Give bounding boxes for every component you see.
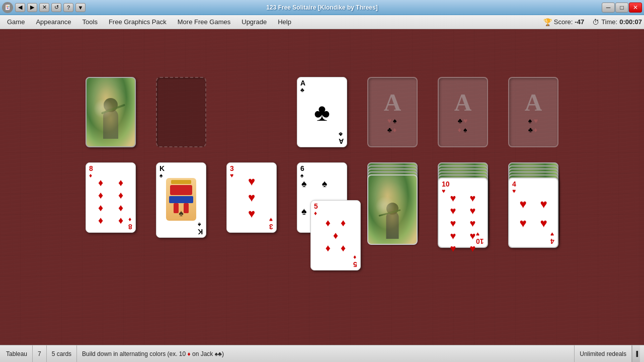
status-mode: Tableau bbox=[4, 345, 33, 362]
toolbar-stop[interactable]: ✕ bbox=[39, 3, 49, 12]
card-value-br: A ♣ bbox=[339, 130, 344, 145]
score-time-area: 🏆 Score: -47 ⏱ Time: 0:00:07 bbox=[543, 18, 642, 26]
tableau-3-card[interactable]: 3 ♥ ♥ ♥ ♥ 3 ♥ bbox=[226, 162, 277, 233]
close-button[interactable]: ✕ bbox=[629, 3, 642, 13]
titlebar: 🃏 ◀ ▶ ✕ ↺ ? ▼ 123 Free Solitaire [Klondi… bbox=[0, 0, 644, 15]
score-icon: 🏆 bbox=[543, 18, 552, 26]
status-rule-text2: on Jack ♠♣) bbox=[192, 350, 224, 357]
maximize-button[interactable]: □ bbox=[615, 3, 628, 13]
tableau-4-card-5d[interactable]: 5 ♦ ♦♦ ♦ ♦♦ 5 ♦ bbox=[310, 200, 361, 270]
status-redeals: Unlimited redeals bbox=[575, 345, 632, 362]
menubar: Game Appearance Tools Free Graphics Pack… bbox=[0, 15, 644, 29]
status-redeals-value: Unlimited redeals bbox=[580, 350, 626, 357]
foundation-4-empty[interactable]: A ♠ ♥ ♣ ♦ bbox=[508, 77, 558, 147]
menu-tools[interactable]: Tools bbox=[77, 17, 103, 27]
status-rule-text: Build down in alternating colors (ex. 10 bbox=[82, 350, 186, 357]
waste-pile[interactable] bbox=[156, 77, 206, 147]
status-cards: 5 cards bbox=[47, 345, 77, 362]
foundation-2-empty[interactable]: A ♥ ♠ ♣ ♦ bbox=[367, 77, 418, 147]
window-title: 123 Free Solitaire [Klondike by Threes] bbox=[266, 4, 377, 11]
time-value: 0:00:07 bbox=[619, 18, 642, 26]
tableau-1-card[interactable]: 8 ♦ ♦ ♦ ♦ ♦ ♦ ♦ ♦ ♦ 8 ♦ bbox=[86, 162, 136, 233]
score-area: 🏆 Score: -47 bbox=[543, 18, 584, 26]
toolbar-refresh[interactable]: ↺ bbox=[51, 3, 61, 12]
titlebar-left: 🃏 ◀ ▶ ✕ ↺ ? ▼ bbox=[2, 2, 86, 13]
clock-icon: ⏱ bbox=[592, 18, 599, 26]
menu-upgrade[interactable]: Upgrade bbox=[236, 17, 272, 27]
menu-free-graphics[interactable]: Free Graphics Pack bbox=[104, 17, 172, 27]
minimize-button[interactable]: ─ bbox=[602, 3, 615, 13]
foundation-1-card[interactable]: A ♣ ♣ A ♣ bbox=[297, 77, 347, 147]
menu-game[interactable]: Game bbox=[2, 17, 30, 27]
stock-pile[interactable] bbox=[86, 77, 136, 147]
toolbar-down[interactable]: ▼ bbox=[75, 3, 86, 12]
time-label: Time: bbox=[601, 18, 617, 26]
window-controls: ─ □ ✕ bbox=[602, 3, 642, 13]
score-value: -47 bbox=[575, 18, 584, 26]
menu-help[interactable]: Help bbox=[273, 17, 296, 27]
status-build-rule: Build down in alternating colors (ex. 10… bbox=[77, 345, 575, 362]
menu-more-games[interactable]: More Free Games bbox=[173, 17, 235, 27]
menu-appearance[interactable]: Appearance bbox=[31, 17, 76, 27]
time-area: ⏱ Time: 0:00:07 bbox=[592, 18, 642, 26]
status-count: 7 bbox=[33, 345, 47, 362]
status-count-value: 7 bbox=[38, 350, 41, 357]
game-area[interactable]: A ♣ ♣ A ♣ A ♥ ♠ ♣ ♦ A ♣ ♥ ♦ ♠ A ♠ ♥ bbox=[0, 29, 644, 345]
scrollbar-indicator[interactable]: ▐ bbox=[632, 345, 640, 362]
toolbar-help[interactable]: ? bbox=[63, 3, 73, 12]
status-tableau-label: Tableau bbox=[6, 350, 27, 357]
tableau-2-card[interactable]: K ♠ ♚ ♠ K ♠ bbox=[156, 162, 206, 238]
tableau-7-top-card[interactable]: 4 ♥ ♥♥ ♥♥ 4 ♥ bbox=[508, 177, 558, 248]
status-cards-value: 5 cards bbox=[52, 350, 71, 357]
statusbar: Tableau 7 5 cards Build down in alternat… bbox=[0, 345, 644, 362]
score-label: Score: bbox=[554, 18, 573, 26]
card-center-suit: ♣ bbox=[314, 99, 330, 126]
toolbar-forward[interactable]: ▶ bbox=[27, 3, 37, 12]
card-value-tl: A ♣ bbox=[300, 79, 305, 94]
foundation-3-empty[interactable]: A ♣ ♥ ♦ ♠ bbox=[438, 77, 488, 147]
toolbar-back[interactable]: ◀ bbox=[15, 3, 25, 12]
app-icon: 🃏 bbox=[2, 2, 13, 13]
tableau-6-top-card[interactable]: 10 ♥ ♥♥ ♥♥ ♥♥ ♥♥ ♥♥ 10 ♥ bbox=[438, 177, 488, 248]
